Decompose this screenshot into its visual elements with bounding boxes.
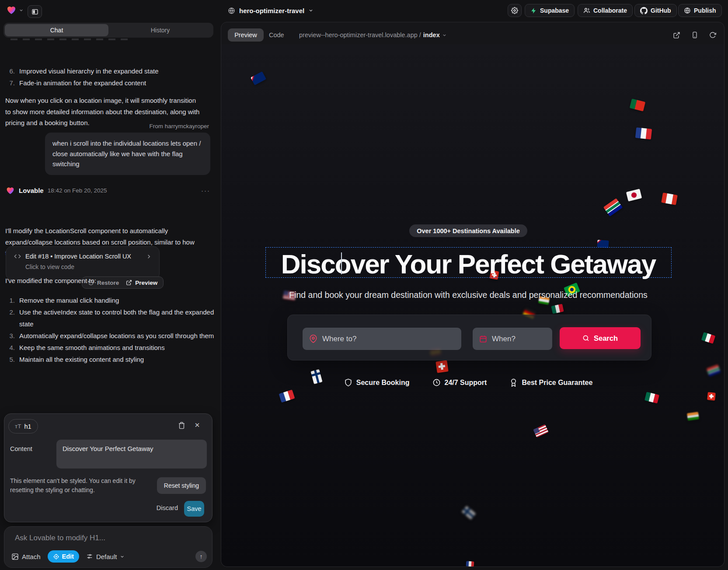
edit-card-title: Edit #18 • Improve Location Scroll UX <box>25 253 131 260</box>
supabase-bolt-icon <box>530 7 537 14</box>
gear-icon <box>511 7 518 14</box>
flag-portugal <box>630 98 645 111</box>
chevron-down-icon <box>442 33 447 38</box>
feature-best-price: Best Price Guarantee <box>509 378 592 387</box>
preview-toolbar: Preview Code preview--hero-optimizer-tra… <box>221 22 724 44</box>
github-icon <box>640 7 648 14</box>
project-switcher[interactable]: hero-optimizer-travel <box>228 0 313 21</box>
chevron-down-icon <box>308 8 313 13</box>
date-field[interactable] <box>473 328 552 350</box>
github-label: GitHub <box>651 7 671 14</box>
supabase-button[interactable]: Supabase <box>525 4 575 17</box>
element-tag-badge: тT h1 <box>8 419 38 434</box>
award-icon <box>509 378 518 387</box>
external-link-icon <box>126 280 132 286</box>
shield-icon <box>344 378 352 387</box>
chevron-down-icon <box>120 554 125 559</box>
flag-australia <box>251 71 266 85</box>
refresh-icon[interactable] <box>709 31 716 38</box>
assistant-name: Lovable <box>19 187 44 194</box>
flag-canada <box>661 192 677 205</box>
list-item: 7. Fade-in animation for the expanded co… <box>5 77 215 89</box>
feature-secure-booking: Secure Booking <box>344 378 410 387</box>
list-item: 6. Improved visual hierarchy in the expa… <box>5 65 215 77</box>
url-page: index <box>423 31 440 38</box>
send-button[interactable]: ↑ <box>195 551 207 562</box>
hero-subtitle: Find and book your dream destination wit… <box>221 290 715 300</box>
sidebar-toggle-button[interactable] <box>28 5 42 18</box>
website-viewport: Over 1000+ Destinations Available Discov… <box>221 44 724 567</box>
close-panel-button[interactable]: ✕ <box>192 420 202 430</box>
numbered-list-steps: 1.Remove the manual click handling 2.Use… <box>5 294 215 365</box>
delete-element-button[interactable] <box>176 420 187 430</box>
search-button[interactable]: Search <box>560 327 641 349</box>
flag-switzerland-3 <box>707 392 716 401</box>
tab-preview[interactable]: Preview <box>228 28 264 42</box>
heart-logo-icon <box>6 5 17 15</box>
flag-france-2 <box>279 390 295 403</box>
tab-chat[interactable]: Chat <box>5 24 108 36</box>
text-caret <box>341 252 342 274</box>
assistant-paragraph: I've modified the component to: <box>5 275 96 287</box>
type-icon: тT <box>15 423 21 430</box>
tab-code[interactable]: Code <box>269 28 284 42</box>
element-tag-label: h1 <box>24 423 31 430</box>
flag-mexico <box>551 304 564 314</box>
hero-heading[interactable]: Discover Your Perfect Getaway <box>221 248 715 280</box>
github-button[interactable]: GitHub <box>634 4 677 17</box>
tab-history[interactable]: History <box>108 24 212 36</box>
mobile-view-icon[interactable] <box>691 31 698 38</box>
clipped-text-row <box>10 38 128 40</box>
attach-button[interactable]: Attach <box>11 553 41 560</box>
list-item: 3.Automatically expand/collapse location… <box>5 330 215 342</box>
discard-button[interactable]: Discard <box>157 504 178 511</box>
close-icon: ✕ <box>195 421 200 429</box>
globe-icon <box>228 7 235 14</box>
search-icon <box>582 335 589 342</box>
target-icon <box>53 553 59 560</box>
destinations-badge: Over 1000+ Destinations Available <box>221 224 715 237</box>
trash-icon <box>178 422 185 429</box>
numbered-list-top: 6. Improved visual hierarchy in the expa… <box>5 65 215 89</box>
message-author-label: From harrymckayroper <box>149 123 209 129</box>
element-editor-panel: тT h1 ✕ Content Discover Your Perfect Ge… <box>4 413 212 522</box>
feature-support: 24/7 Support <box>432 378 487 387</box>
lovable-logo[interactable] <box>6 5 24 15</box>
publish-label: Publish <box>694 7 716 14</box>
styling-note: This element can't be styled. You can ed… <box>10 476 149 495</box>
mode-selector[interactable]: Default <box>86 553 125 560</box>
list-item: 5.Maintain all the existing content and … <box>5 353 215 365</box>
content-field[interactable]: Discover Your Perfect Getaway <box>56 440 207 469</box>
chat-sidebar: Chat History 6. Improved visual hierarch… <box>0 21 217 570</box>
flag-france-3 <box>466 561 474 567</box>
more-menu-icon[interactable]: ··· <box>201 187 210 194</box>
clock-icon <box>432 378 441 387</box>
flag-mexico-right <box>701 332 716 344</box>
preview-version-button[interactable]: Preview <box>126 280 157 286</box>
chat-prompt-input[interactable] <box>15 534 199 542</box>
globe-icon <box>684 7 691 14</box>
flag-india-2 <box>687 412 699 420</box>
flag-france <box>635 127 652 140</box>
preview-url[interactable]: preview--hero-optimizer-travel.lovable.a… <box>299 28 447 42</box>
settings-button[interactable] <box>508 4 522 17</box>
sliders-icon <box>86 553 93 560</box>
message-timestamp: 18:42 on Feb 20, 2025 <box>48 187 107 194</box>
reset-styling-button[interactable]: Reset styling <box>157 477 206 494</box>
destination-field[interactable] <box>303 328 461 350</box>
collaborate-button[interactable]: Collaborate <box>578 4 633 17</box>
when-input[interactable] <box>492 335 546 343</box>
code-brackets-icon <box>14 253 21 260</box>
sidebar-tabs: Chat History <box>3 23 213 38</box>
people-icon <box>583 7 590 14</box>
open-in-new-tab-icon[interactable] <box>673 31 680 39</box>
save-button[interactable]: Save <box>184 501 204 517</box>
chevron-right-icon <box>146 253 152 260</box>
list-item: 2.Use the activeIndex state to control b… <box>5 306 215 330</box>
feature-badges: Secure Booking 24/7 Support Best Price G… <box>221 378 715 387</box>
where-input[interactable] <box>322 335 455 343</box>
flag-south-africa-blurred <box>706 364 721 377</box>
assistant-message-header: Lovable 18:42 on Feb 20, 2025 ··· <box>6 186 210 195</box>
publish-button[interactable]: Publish <box>678 4 722 17</box>
edit-mode-button[interactable]: Edit <box>48 550 79 563</box>
